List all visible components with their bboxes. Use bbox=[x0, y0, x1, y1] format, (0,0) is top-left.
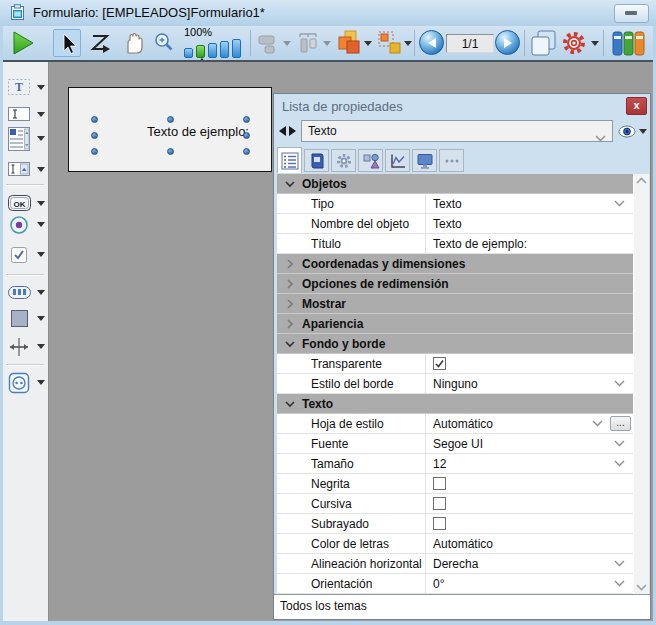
checkbox-tool[interactable] bbox=[7, 244, 47, 266]
combo-box-tool[interactable] bbox=[7, 159, 47, 181]
previous-object-button[interactable] bbox=[279, 126, 286, 136]
property-value[interactable]: Automático bbox=[433, 537, 493, 551]
property-value[interactable]: Derecha bbox=[433, 557, 478, 571]
dropdown-chevron-icon[interactable] bbox=[592, 420, 603, 427]
form-design-canvas[interactable]: Texto de ejemplo: bbox=[68, 87, 272, 172]
tab-objects[interactable] bbox=[358, 149, 383, 172]
section-header[interactable]: Coordenadas y dimensiones bbox=[277, 254, 633, 274]
tool-dropdown-arrow[interactable] bbox=[37, 201, 45, 206]
minimize-button[interactable] bbox=[614, 4, 649, 23]
checkbox[interactable] bbox=[433, 357, 446, 370]
tool-dropdown-arrow[interactable] bbox=[37, 112, 45, 117]
tab-more[interactable] bbox=[439, 149, 464, 172]
splitter-tool[interactable] bbox=[7, 336, 47, 358]
property-value[interactable]: Texto de ejemplo: bbox=[433, 237, 527, 251]
list-box-tool[interactable] bbox=[7, 126, 47, 154]
property-value[interactable]: Automático bbox=[433, 417, 493, 431]
settings-dropdown-arrow[interactable] bbox=[591, 41, 599, 46]
close-button[interactable]: x bbox=[626, 97, 647, 115]
property-value[interactable]: Texto bbox=[433, 217, 462, 231]
property-value[interactable]: 0° bbox=[433, 577, 444, 591]
tool-dropdown-arrow[interactable] bbox=[37, 290, 45, 295]
selection-handle[interactable] bbox=[91, 148, 98, 155]
view-options-button[interactable] bbox=[618, 121, 649, 141]
checkbox[interactable] bbox=[433, 477, 446, 490]
align-dropdown-arrow[interactable] bbox=[283, 41, 291, 46]
dropdown-chevron-icon[interactable] bbox=[614, 380, 625, 387]
scroll-down-icon[interactable] bbox=[636, 583, 647, 591]
section-header[interactable]: Apariencia bbox=[277, 314, 633, 334]
property-value[interactable]: 12 bbox=[433, 457, 446, 471]
library-tool-button[interactable] bbox=[611, 29, 647, 57]
tool-dropdown-arrow[interactable] bbox=[37, 85, 45, 90]
group-tool-button[interactable] bbox=[376, 29, 404, 57]
rectangle-tool[interactable] bbox=[7, 308, 47, 330]
tab-settings[interactable] bbox=[331, 149, 356, 172]
radio-button-tool[interactable] bbox=[7, 214, 47, 236]
selected-text-object[interactable]: Texto de ejemplo: bbox=[147, 124, 249, 139]
selection-handle[interactable] bbox=[91, 116, 98, 123]
section-header[interactable]: Mostrar bbox=[277, 294, 633, 314]
section-header[interactable]: Objetos bbox=[277, 174, 633, 194]
property-value[interactable]: Segoe UI bbox=[433, 437, 483, 451]
level-dropdown-arrow[interactable] bbox=[364, 41, 372, 46]
dropdown-chevron-icon[interactable] bbox=[614, 560, 625, 567]
dropdown-chevron-icon[interactable] bbox=[614, 440, 625, 447]
checkbox[interactable] bbox=[433, 497, 446, 510]
button-tool[interactable]: OK bbox=[7, 193, 47, 215]
tab-properties[interactable] bbox=[277, 147, 302, 173]
zoom-level-control[interactable]: 100% bbox=[184, 27, 246, 59]
next-object-button[interactable] bbox=[289, 126, 296, 136]
plugin-area-tool[interactable] bbox=[7, 372, 47, 394]
tab-data[interactable] bbox=[304, 149, 329, 172]
section-header[interactable]: Opciones de redimensión bbox=[277, 274, 633, 294]
selection-handle[interactable] bbox=[167, 116, 174, 123]
object-selector-combobox[interactable]: Texto bbox=[301, 120, 613, 142]
pan-tool-button[interactable] bbox=[119, 29, 147, 57]
checkbox[interactable] bbox=[433, 517, 446, 530]
next-page-button[interactable] bbox=[495, 30, 520, 55]
select-tool-button[interactable] bbox=[53, 29, 81, 57]
zoom-bar-4[interactable] bbox=[220, 41, 229, 58]
tool-dropdown-arrow[interactable] bbox=[37, 252, 45, 257]
panel-titlebar[interactable]: Lista de propiedades x bbox=[274, 94, 650, 117]
tool-dropdown-arrow[interactable] bbox=[37, 380, 45, 385]
execute-form-button[interactable] bbox=[9, 29, 37, 57]
selection-handle[interactable] bbox=[167, 148, 174, 155]
zoom-bar-5[interactable] bbox=[232, 39, 241, 58]
level-tool-button[interactable] bbox=[335, 29, 363, 57]
previous-page-button[interactable] bbox=[419, 30, 444, 55]
window-titlebar[interactable]: Formulario: [EMPLEADOS]Formulario1* bbox=[0, 0, 656, 26]
zoom-bars[interactable] bbox=[184, 39, 246, 58]
tool-dropdown-arrow[interactable] bbox=[37, 136, 45, 141]
selection-handle[interactable] bbox=[91, 132, 98, 139]
zoom-bar-1[interactable] bbox=[184, 48, 193, 58]
distribute-dropdown-arrow[interactable] bbox=[323, 41, 331, 46]
selection-handle[interactable] bbox=[243, 132, 250, 139]
entry-order-tool-button[interactable] bbox=[87, 29, 115, 57]
property-value[interactable]: Texto bbox=[433, 197, 462, 211]
selection-handle[interactable] bbox=[243, 148, 250, 155]
group-dropdown-arrow[interactable] bbox=[404, 41, 412, 46]
section-header[interactable]: Texto bbox=[277, 394, 633, 414]
tool-dropdown-arrow[interactable] bbox=[37, 222, 45, 227]
dropdown-chevron-icon[interactable] bbox=[614, 580, 625, 587]
scrollbar[interactable] bbox=[633, 174, 649, 594]
button-grid-tool[interactable] bbox=[7, 282, 47, 304]
ellipsis-button[interactable]: ... bbox=[610, 416, 631, 431]
property-value[interactable]: Ninguno bbox=[433, 377, 478, 391]
zoom-tool-button[interactable] bbox=[150, 29, 178, 57]
tab-display[interactable] bbox=[412, 149, 437, 172]
pages-tool-button[interactable] bbox=[529, 29, 557, 57]
settings-tool-button[interactable] bbox=[560, 29, 588, 57]
dropdown-chevron-icon[interactable] bbox=[614, 200, 625, 207]
input-field-tool[interactable] bbox=[7, 104, 47, 126]
section-header[interactable]: Fondo y borde bbox=[277, 334, 633, 354]
zoom-bar-current[interactable] bbox=[196, 45, 205, 58]
tool-dropdown-arrow[interactable] bbox=[37, 316, 45, 321]
static-text-tool[interactable]: T bbox=[7, 77, 47, 99]
zoom-bar-3[interactable] bbox=[208, 43, 217, 58]
page-indicator[interactable]: 1/1 bbox=[446, 34, 494, 53]
tool-dropdown-arrow[interactable] bbox=[37, 167, 45, 172]
dropdown-chevron-icon[interactable] bbox=[614, 460, 625, 467]
